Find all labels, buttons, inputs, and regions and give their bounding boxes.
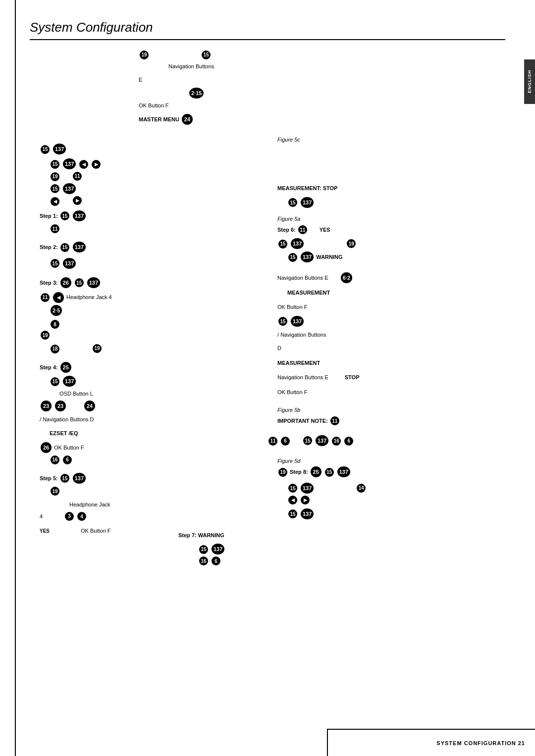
ezset-eq: EZSET /EQ — [50, 429, 78, 438]
badge-15-step6: 15 — [278, 240, 287, 249]
badge-19-step8: 19 — [278, 468, 287, 477]
nav-buttons-label-row: Navigation Buttons — [168, 60, 505, 73]
badge-137-right: 137 — [291, 316, 304, 327]
badge-26-step4: 26 — [41, 442, 52, 453]
ok-button-f-row: OK Button F — [139, 100, 505, 112]
badge-137-step4: 137 — [63, 376, 76, 387]
badge-15-step6b: 15 — [288, 253, 297, 262]
badge-arrow-step3: ◀ — [53, 292, 64, 303]
page-container: ENGLISH System Configuration 19 15 Navig… — [0, 0, 535, 756]
badge-25-step3: 2·5 — [51, 305, 62, 316]
fig5b-row: Figure 5b — [277, 407, 505, 413]
badge-6-step4: 6 — [63, 455, 72, 464]
ok-button-f-stop-label: OK Button F — [277, 388, 308, 397]
row-19-11: 19 11 — [50, 171, 268, 181]
badge-23b: 23 — [55, 401, 66, 411]
step4-16-6: 16 6 — [50, 455, 268, 464]
fig5d-label: Figure 5d — [277, 458, 300, 464]
ok-button-f-label: OK Button F — [139, 101, 169, 110]
badge-6-step7: 6 — [212, 556, 220, 565]
badge-left-step8: ◀ — [288, 496, 297, 504]
step8-sub1: 15 137 14 — [287, 483, 505, 494]
e-label: E — [139, 76, 142, 85]
nav-e-stop-label: Navigation Buttons E — [277, 373, 328, 382]
fig5b-label: Figure 5b — [277, 407, 300, 413]
badge-25-step8: 25 — [311, 466, 321, 477]
important-note-row: IMPORTANT NOTE: 11 — [277, 415, 505, 428]
step8-label: Step 8: — [290, 468, 308, 477]
badge-left-arrow-2: ◀ — [51, 197, 59, 206]
badge-right-step8: ▶ — [301, 496, 310, 504]
left-border — [15, 0, 16, 756]
row-15-137-1: 15 137 — [40, 144, 268, 154]
step7-sub: 15 137 — [198, 544, 505, 554]
step4-row: Step 4: 25 — [40, 361, 268, 374]
badge-15-c: 15 — [51, 184, 59, 193]
headphone-jack-label: Headphone Jack — [69, 502, 110, 507]
badge-137-step3: 137 — [87, 277, 100, 288]
step1-label: Step 1: — [40, 212, 58, 221]
step5-num-4: 4 3 4 — [40, 510, 268, 523]
badge-137-step8c: 137 — [301, 508, 314, 519]
yes-step6: YES — [320, 227, 330, 233]
ok-button-f-step5: OK Button F — [81, 528, 111, 534]
fig5c-label: Figure 5c — [277, 137, 300, 143]
measurement-right: MEASUREMENT — [277, 357, 505, 370]
badge-137-step8b: 137 — [301, 483, 314, 494]
measurement-stop-label: MEASUREMENT: STOP — [277, 184, 337, 193]
step3-badge-8: 8 — [50, 320, 268, 329]
step5-19: 19 — [50, 487, 268, 496]
step7-row: Step 7: WARNING — [178, 529, 505, 542]
ok-button-f-step4: OK Button F — [54, 444, 84, 453]
meas-stop-badges: 15 137 — [287, 197, 505, 208]
step4-osd: OSD Button L — [40, 389, 268, 399]
badge-15-step7: 15 — [199, 545, 208, 554]
badge-19-step6: 19 — [347, 239, 356, 248]
step6-badges: 15 137 19 — [277, 238, 505, 249]
d-label-right: D — [277, 342, 505, 355]
nav-buttons-label: Navigation Buttons — [168, 62, 214, 71]
badge-15-a: 15 — [41, 145, 50, 154]
step5-label: Step 5: — [40, 474, 58, 483]
badge-137-step2b: 137 — [63, 258, 76, 269]
badge-11-step6: 11 — [298, 225, 307, 234]
badge-4-step5: 4 — [77, 512, 86, 521]
badge-left-arrow-1: ◀ — [79, 160, 88, 169]
fig5a-row: Figure 5a — [277, 216, 505, 222]
slash-nav-d: / Navigation Buttons D — [40, 415, 94, 424]
step1-row: Step 1: 15 137 — [40, 210, 268, 223]
step4-label: Step 4: — [40, 363, 58, 372]
badge-137-b: 137 — [63, 158, 76, 169]
badge-19-step3b: 19 — [93, 344, 102, 353]
fig5d-row: Figure 5d — [277, 458, 505, 464]
important-note-label: IMPORTANT NOTE: — [277, 417, 328, 426]
badge-137-step5: 137 — [73, 473, 86, 484]
step4-ezset: EZSET /EQ — [50, 427, 268, 440]
badge-16-step4: 16 — [51, 455, 59, 464]
e-label-row: E — [139, 74, 505, 87]
step3-sub: 11 ◀ Headphone Jack 4 — [40, 291, 268, 304]
step2-label: Step 2: — [40, 243, 58, 252]
badge-15-main: 15 — [303, 436, 312, 445]
step6-label: Step 6: — [277, 226, 296, 235]
badge-3-step5: 3 — [65, 512, 74, 521]
badge-14-step8: 14 — [357, 484, 366, 493]
footer-text: SYSTEM CONFIGURATION 21 — [436, 740, 525, 746]
badge-137-c: 137 — [63, 183, 76, 194]
badge-15-right: 15 — [278, 317, 287, 326]
badge-137-step6: 137 — [291, 238, 304, 249]
step2-11-6-row: 11 6 15 137 16 6 — [268, 435, 505, 446]
badge-6-main2: 6 — [344, 437, 353, 446]
nav-e-row: Navigation Buttons E 6·2 — [277, 272, 505, 285]
badge-19-step3: 19 — [41, 331, 50, 340]
yes-label: YES — [40, 527, 50, 535]
badge-15-step5: 15 — [60, 474, 69, 483]
badge-215: 2·15 — [189, 88, 204, 99]
step7-label: Step 7: — [178, 531, 197, 540]
badge-137-step2: 137 — [73, 242, 86, 252]
slash-nav-right: / Navigation Buttons — [277, 329, 505, 342]
badge-16-main: 16 — [332, 437, 341, 446]
badge-137-step6b: 137 — [301, 252, 314, 262]
badge-15-step2: 15 — [60, 243, 69, 252]
col-right: Figure 5c MEASUREMENT: STOP 15 137 Figur… — [277, 136, 505, 566]
